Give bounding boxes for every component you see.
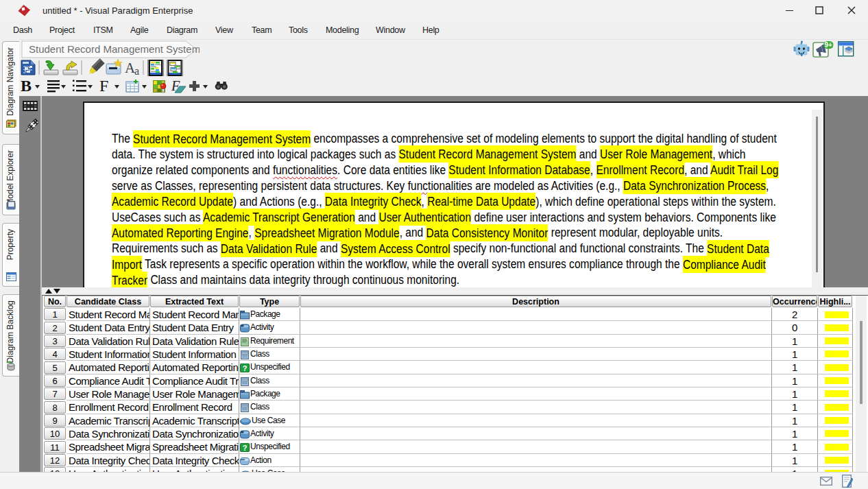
svg-text:B: B [21, 77, 32, 95]
svg-text:F: F [171, 78, 180, 93]
svg-text:Student Record Management Syst: Student Record Management System [29, 43, 200, 55]
svg-text:F: F [99, 77, 108, 95]
svg-text:a: a [134, 65, 139, 77]
svg-text:?: ? [243, 364, 248, 372]
svg-text:?: ? [243, 444, 248, 452]
svg-text:9+: 9+ [824, 41, 832, 49]
